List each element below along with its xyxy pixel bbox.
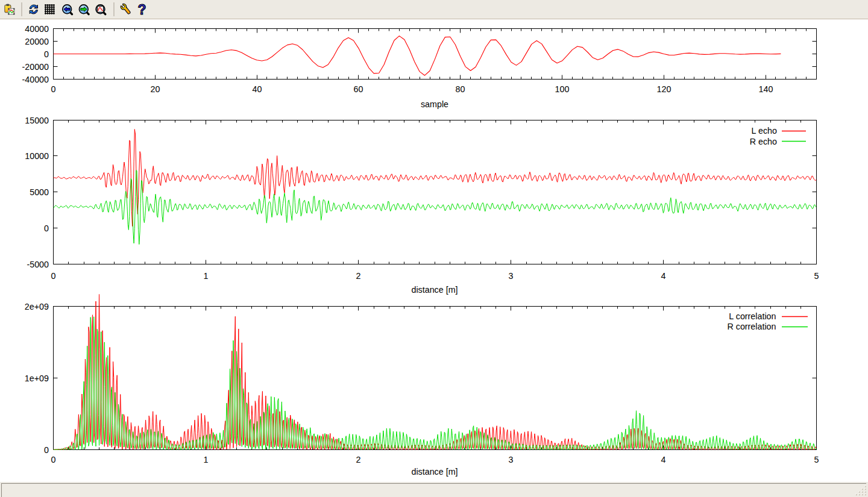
svg-text:140: 140: [759, 84, 773, 94]
svg-text:0: 0: [51, 271, 56, 281]
svg-text:10000: 10000: [25, 151, 49, 161]
svg-text:-40000: -40000: [22, 75, 49, 84]
svg-text:L echo: L echo: [752, 126, 777, 136]
svg-text:3: 3: [509, 455, 514, 464]
svg-text:20: 20: [151, 84, 160, 94]
svg-text:3: 3: [509, 271, 514, 281]
svg-text:4: 4: [661, 455, 666, 464]
svg-text:1e+09: 1e+09: [25, 374, 49, 383]
svg-text:5000: 5000: [30, 187, 49, 197]
svg-text:L correlation: L correlation: [729, 311, 776, 321]
svg-text:4: 4: [661, 271, 666, 281]
svg-text:2: 2: [356, 455, 361, 464]
svg-text:0: 0: [44, 223, 49, 233]
svg-text:5: 5: [814, 271, 819, 281]
svg-text:80: 80: [456, 84, 465, 94]
svg-text:distance [m]: distance [m]: [411, 285, 458, 295]
svg-text:0: 0: [44, 49, 49, 59]
svg-text:15000: 15000: [25, 116, 49, 125]
svg-text:-20000: -20000: [22, 62, 49, 72]
svg-text:2: 2: [356, 271, 361, 281]
svg-text:2e+09: 2e+09: [25, 302, 49, 311]
svg-text:40000: 40000: [25, 24, 49, 34]
svg-text:?: ?: [138, 2, 146, 17]
svg-text:60: 60: [354, 84, 363, 94]
svg-text:120: 120: [657, 84, 671, 94]
svg-text:5: 5: [814, 455, 819, 464]
svg-text:40: 40: [253, 84, 262, 94]
svg-text:0: 0: [44, 445, 49, 455]
svg-text:-5000: -5000: [27, 260, 49, 269]
svg-text:sample: sample: [421, 99, 448, 109]
svg-text:R echo: R echo: [750, 137, 777, 146]
svg-text:0: 0: [51, 84, 56, 94]
svg-text:1: 1: [204, 271, 209, 281]
svg-text:20000: 20000: [25, 37, 49, 46]
svg-text:0: 0: [51, 455, 56, 464]
svg-text:distance [m]: distance [m]: [411, 467, 458, 477]
svg-text:1: 1: [204, 455, 209, 464]
svg-text:R correlation: R correlation: [727, 322, 776, 331]
svg-text:100: 100: [555, 84, 570, 94]
